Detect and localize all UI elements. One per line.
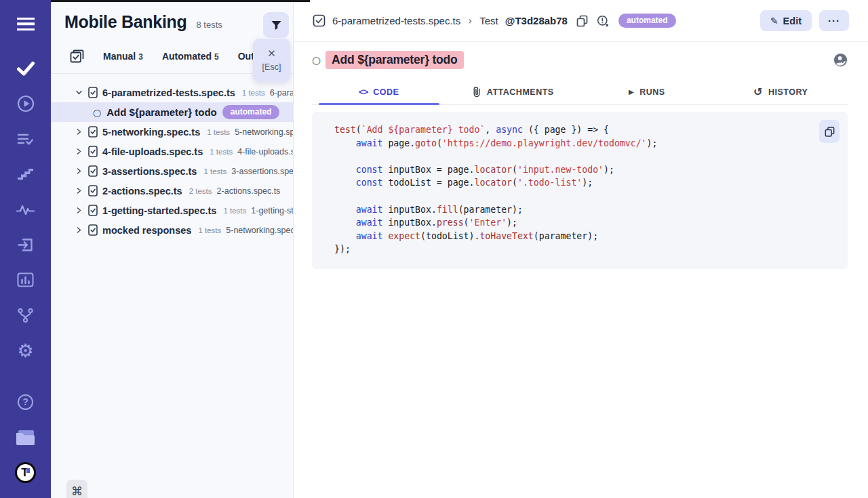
spec-name: 3-assertions.spec.ts xyxy=(102,166,197,177)
panel-header: Mobile Banking 8 tests xyxy=(51,0,293,32)
breadcrumb-entity: Test xyxy=(479,15,498,26)
test-page-title: Add ${parameter} todo xyxy=(326,51,463,69)
tab-automated[interactable]: Automated5 xyxy=(162,51,219,62)
topbar-actions: ✎ Edit ··· xyxy=(760,10,849,31)
chevron-right-icon[interactable] xyxy=(75,128,83,136)
spec-name: 6-parametrized-tests.spec.ts xyxy=(102,87,235,98)
logo-accent-square xyxy=(26,468,30,473)
spec-file-path: 4-file-uploads.spec.ts xyxy=(237,147,293,157)
spec-test-count: 1 tests xyxy=(207,128,230,136)
play-circle-icon[interactable] xyxy=(0,94,51,114)
filter-escape-popup: ✕ [Esc] xyxy=(253,39,290,82)
code-line: await expect(todoList).toHaveText(parame… xyxy=(334,230,834,243)
spec-tree: 6-parametrized-tests.spec.ts 1 tests 6-p… xyxy=(51,74,293,240)
test-status-circle-icon: ○ xyxy=(93,108,101,117)
chevron-down-icon[interactable] xyxy=(75,89,83,96)
spec-file-icon xyxy=(88,146,98,157)
chevron-right-icon[interactable] xyxy=(75,207,83,214)
code-line: test(`Add ${parameter} todo`, async ({ p… xyxy=(334,123,834,137)
tree-row-parametrized[interactable]: 6-parametrized-tests.spec.ts 1 tests 6-p… xyxy=(51,83,293,102)
tree-row-assertions[interactable]: 3-assertions.spec.ts 1 tests 3-assertion… xyxy=(51,161,293,181)
edit-button[interactable]: ✎ Edit xyxy=(760,10,812,31)
logo-circle: T xyxy=(15,462,36,483)
code-lines: test(`Add ${parameter} todo`, async ({ p… xyxy=(334,123,834,256)
command-shortcut-button[interactable]: ⌘ xyxy=(66,480,87,498)
code-line xyxy=(334,150,834,163)
chevron-right-icon[interactable] xyxy=(75,187,83,194)
tree-row-getting-started[interactable]: 1-getting-started.spec.ts 1 tests 1-gett… xyxy=(51,201,293,220)
tests-count: 8 tests xyxy=(197,20,222,30)
tree-test-row-selected[interactable]: ○ Add ${parameter} todo automated xyxy=(51,102,293,122)
hamburger-glyph xyxy=(17,18,35,30)
help-icon[interactable]: ? xyxy=(0,392,51,412)
code-line: }); xyxy=(334,243,834,256)
tab-history[interactable]: ↺ HISTORY xyxy=(714,79,848,104)
test-status-circle-icon[interactable]: ○ xyxy=(312,54,321,66)
testomatio-logo[interactable]: T xyxy=(0,462,51,482)
play-icon: ▶ xyxy=(629,88,634,96)
list-check-icon[interactable] xyxy=(0,129,51,149)
more-actions-button[interactable]: ··· xyxy=(819,10,849,31)
tab-runs[interactable]: ▶ RUNS xyxy=(580,79,714,104)
tree-row-file-uploads[interactable]: 4-file-uploads.spec.ts 1 tests 4-file-up… xyxy=(51,142,293,161)
spec-file-icon xyxy=(88,165,98,177)
spec-test-count: 1 tests xyxy=(198,226,221,234)
breadcrumb-file[interactable]: 6-parametrized-tests.spec.ts xyxy=(332,15,460,26)
spec-file-path: 2-actions.spec.ts xyxy=(217,186,281,196)
select-all-icon[interactable] xyxy=(70,49,84,63)
tab-code[interactable]: <> CODE xyxy=(312,79,446,104)
spec-file-icon xyxy=(88,205,98,216)
breadcrumb-separator: › xyxy=(468,15,472,27)
spec-name: 5-networking.spec.ts xyxy=(102,127,200,138)
tree-row-networking[interactable]: 5-networking.spec.ts 1 tests 5-networkin… xyxy=(51,122,293,142)
tab-code-label: CODE xyxy=(373,87,399,97)
tab-automated-label: Automated xyxy=(162,51,212,62)
code-line: const inputBox = page.locator('input.new… xyxy=(334,163,834,177)
steps-icon[interactable] xyxy=(0,164,51,184)
spec-test-count: 1 tests xyxy=(203,167,226,175)
chevron-right-icon[interactable] xyxy=(75,148,83,155)
spec-file-path: 5-networking.spec.ts xyxy=(226,226,293,235)
pulse-icon[interactable] xyxy=(0,199,51,220)
chevron-right-icon[interactable] xyxy=(75,226,83,234)
gear-icon[interactable]: ⚙ xyxy=(0,340,51,360)
main-panel: 6-parametrized-tests.spec.ts › Test @T3d… xyxy=(294,0,868,498)
tab-manual[interactable]: Manual3 xyxy=(103,51,143,62)
code-line: await page.goto('https://demo.playwright… xyxy=(334,137,834,150)
code-line: const todoList = page.locator('.todo-lis… xyxy=(334,176,834,190)
branch-icon[interactable] xyxy=(0,305,51,325)
code-line: await inputBox.press('Enter'); xyxy=(334,216,834,230)
edit-label: Edit xyxy=(783,16,802,26)
tab-automated-count: 5 xyxy=(214,52,219,62)
spec-test-count: 1 tests xyxy=(223,207,246,215)
code-line xyxy=(334,190,834,203)
spec-file-path: 6-parametrized-tests.spec.ts xyxy=(270,88,293,98)
tab-attachments-label: ATTACHMENTS xyxy=(487,87,554,97)
gear-glyph: ⚙ xyxy=(17,341,33,360)
test-id: @T3d28ab78 xyxy=(505,15,568,26)
folder-icon[interactable] xyxy=(0,427,51,447)
automated-badge: automated xyxy=(618,14,676,28)
tab-attachments[interactable]: ATTACHMENTS xyxy=(446,79,580,104)
bar-chart-icon[interactable] xyxy=(0,270,51,290)
close-icon[interactable]: ✕ xyxy=(267,49,276,59)
breadcrumb-bar: 6-parametrized-tests.spec.ts › Test @T3d… xyxy=(294,0,868,42)
copy-id-icon[interactable] xyxy=(576,15,588,27)
chevron-right-icon[interactable] xyxy=(75,167,83,175)
sync-status-icon[interactable] xyxy=(597,15,609,27)
tests-check-icon[interactable] xyxy=(0,58,51,79)
code-line: await inputBox.fill(parameter); xyxy=(334,203,834,217)
project-title: Mobile Banking xyxy=(64,12,187,32)
copy-code-button[interactable] xyxy=(819,120,840,143)
escape-hint: [Esc] xyxy=(262,62,281,72)
tree-row-mocked-responses[interactable]: mocked responses 1 tests 5-networking.sp… xyxy=(51,220,293,240)
code-icon: <> xyxy=(359,87,368,97)
tab-history-label: HISTORY xyxy=(768,87,808,97)
tree-row-actions[interactable]: 2-actions.spec.ts 2 tests 2-actions.spec… xyxy=(51,181,293,201)
question-glyph: ? xyxy=(18,394,33,410)
tab-outdated[interactable]: Out xyxy=(238,51,254,62)
sign-in-icon[interactable] xyxy=(0,234,51,255)
filter-button[interactable] xyxy=(263,12,289,38)
assignee-avatar[interactable] xyxy=(833,53,848,67)
menu-icon[interactable] xyxy=(0,14,51,34)
